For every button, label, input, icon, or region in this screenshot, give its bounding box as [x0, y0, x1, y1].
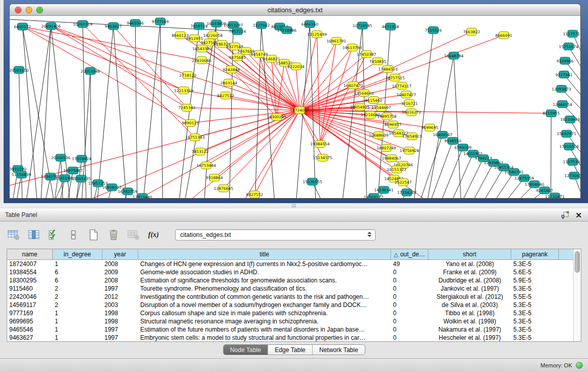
table-cell[interactable]: 9777169	[7, 309, 53, 317]
column-header-pagerank[interactable]: pagerank	[511, 249, 559, 259]
split-divider[interactable]	[0, 203, 588, 208]
table-cell[interactable]: Structural magnetic resonance image aver…	[138, 317, 391, 325]
show-column-icon[interactable]	[27, 228, 40, 242]
table-cell[interactable]: 2	[53, 285, 102, 293]
table-row[interactable]: 946554611997Estimation of the future num…	[7, 325, 573, 334]
table-cell[interactable]: 5.3E-5	[511, 285, 559, 293]
delete-table-icon[interactable]	[107, 228, 120, 242]
table-cell[interactable]	[559, 268, 573, 276]
table-row[interactable]: 2242004622012Investigating the contribut…	[7, 293, 573, 301]
table-options-icon[interactable]	[7, 228, 20, 242]
table-cell[interactable]: Corpus callosum shape and size in male p…	[138, 309, 391, 317]
table-cell[interactable]: 1	[53, 334, 102, 341]
table-row[interactable]: 1872400712008Changes of HCN gene express…	[7, 260, 573, 268]
scrollbar-thumb[interactable]	[575, 251, 580, 273]
table-cell[interactable]: Embryonic stem cells: a model to study s…	[138, 334, 391, 341]
vertical-scrollbar[interactable]	[573, 249, 581, 341]
table-cell[interactable]	[559, 293, 573, 301]
tab-node-table[interactable]: Node Table	[223, 345, 268, 355]
column-header-in_degree[interactable]: in_degree	[53, 249, 102, 259]
table-cell[interactable]: 0	[391, 293, 428, 301]
table-row[interactable]: 969969511998Structural magnetic resonanc…	[7, 317, 573, 325]
table-cell[interactable]: 5.3E-5	[511, 317, 559, 325]
table-cell[interactable]: 1998	[102, 317, 138, 325]
table-cell[interactable]: Investigating the contribution of common…	[138, 293, 391, 301]
table-cell[interactable]: Changes of HCN gene expression and I(f) …	[138, 260, 391, 268]
float-window-icon[interactable]	[561, 211, 569, 219]
table-cell[interactable]: 18724007	[7, 260, 53, 268]
memory-ok-indicator[interactable]	[576, 362, 583, 369]
table-cell[interactable]: 0	[391, 285, 428, 293]
table-row[interactable]: 911546021997Tourette syndrome. Phenomeno…	[7, 285, 573, 293]
table-cell[interactable]: Nakamura et al. (1997)	[428, 325, 511, 334]
table-cell[interactable]: 1997	[102, 334, 138, 341]
table-cell[interactable]	[559, 301, 573, 309]
table-row[interactable]: 1830029562008Estimation of significance …	[7, 276, 573, 285]
table-cell[interactable]: 1	[53, 317, 102, 325]
column-header-title[interactable]: title	[138, 249, 391, 259]
column-header-year[interactable]: year	[102, 249, 138, 259]
table-cell[interactable]: 5.9E-5	[511, 276, 559, 285]
unselect-rows-icon[interactable]	[67, 228, 80, 242]
table-cell[interactable]: 6	[53, 276, 102, 285]
table-cell[interactable]: 5.3E-5	[511, 334, 559, 341]
table-cell[interactable]: 5.3E-5	[511, 260, 559, 268]
split-grip-icon[interactable]	[292, 204, 297, 207]
table-cell[interactable]: 22420046	[7, 293, 53, 301]
table-cell[interactable]: 1	[53, 309, 102, 317]
table-cell[interactable]: Hescheler et al. (1997)	[428, 334, 511, 341]
table-cell[interactable]: Jankovic et al. (1997)	[428, 285, 511, 293]
table-cell[interactable]: 2003	[102, 301, 138, 309]
table-cell[interactable]: 0	[391, 334, 428, 341]
table-cell[interactable]: Estimation of the future numbers of pati…	[138, 325, 391, 334]
table-cell[interactable]: 2008	[102, 276, 138, 285]
table-cell[interactable]: Yano et al. (2008)	[428, 260, 511, 268]
table-cell[interactable]: 5.3E-5	[511, 325, 559, 334]
table-cell[interactable]: 9463627	[7, 334, 53, 341]
table-cell[interactable]: 0	[391, 317, 428, 325]
column-header-short[interactable]: short	[428, 249, 511, 259]
table-cell[interactable]: 1	[53, 325, 102, 334]
column-header-name[interactable]: name	[7, 249, 53, 259]
table-cell[interactable]: 0	[391, 309, 428, 317]
table-cell[interactable]: Genome-wide association studies in ADHD.	[138, 268, 391, 276]
select-all-rows-icon[interactable]	[47, 228, 60, 242]
table-cell[interactable]: 2	[53, 293, 102, 301]
close-panel-icon[interactable]: ✕	[575, 211, 582, 219]
table-cell[interactable]: 0	[391, 268, 428, 276]
table-cell[interactable]: 5.6E-5	[511, 268, 559, 276]
table-cell[interactable]: Disruption of a novel member of a sodium…	[138, 301, 391, 309]
table-row[interactable]: 1456911722003Disruption of a novel membe…	[7, 301, 573, 309]
table-cell[interactable]: 0	[391, 276, 428, 285]
function-builder-icon[interactable]: f(x)	[147, 228, 160, 242]
network-canvas[interactable]: 1872400786601238912955182260589427509165…	[10, 16, 580, 198]
table-selector-combobox[interactable]: citations_edges.txt	[175, 229, 376, 240]
table-cell[interactable]	[559, 276, 573, 285]
table-cell[interactable]	[559, 260, 573, 268]
table-cell[interactable]: Tibbo et al. (1998)	[428, 309, 511, 317]
table-cell[interactable]: 2008	[102, 260, 138, 268]
table-row[interactable]: 946362711997Embryonic stem cells: a mode…	[7, 334, 573, 341]
tab-network-table[interactable]: Network Table	[312, 345, 365, 355]
column-header-out_de…[interactable]: △out_de…	[391, 249, 428, 259]
table-row[interactable]: 1938455462009Genome-wide association stu…	[7, 268, 573, 276]
table-row[interactable]: 977716911998Corpus callosum shape and si…	[7, 309, 573, 317]
table-cell[interactable]: 19384554	[7, 268, 53, 276]
table-cell[interactable]: de Silva et al. (2003)	[428, 301, 511, 309]
table-cell[interactable]: Franke et al. (2009)	[428, 268, 511, 276]
table-cell[interactable]: 9699695	[7, 317, 53, 325]
new-table-icon[interactable]	[87, 228, 100, 242]
table-cell[interactable]: Estimation of significance thresholds fo…	[138, 276, 391, 285]
table-cell[interactable]	[559, 285, 573, 293]
table-cell[interactable]: 9465546	[7, 325, 53, 334]
table-cell[interactable]	[559, 317, 573, 325]
table-cell[interactable]: 1997	[102, 285, 138, 293]
table-cell[interactable]	[559, 334, 573, 341]
table-cell[interactable]: 14569117	[7, 301, 53, 309]
table-cell[interactable]: 6	[53, 268, 102, 276]
table-cell[interactable]: 0	[391, 325, 428, 334]
table-cell[interactable]	[559, 325, 573, 334]
table-cell[interactable]: 9115460	[7, 285, 53, 293]
table-cell[interactable]: Wolkin et al. (1998)	[428, 317, 511, 325]
table-cell[interactable]	[559, 309, 573, 317]
